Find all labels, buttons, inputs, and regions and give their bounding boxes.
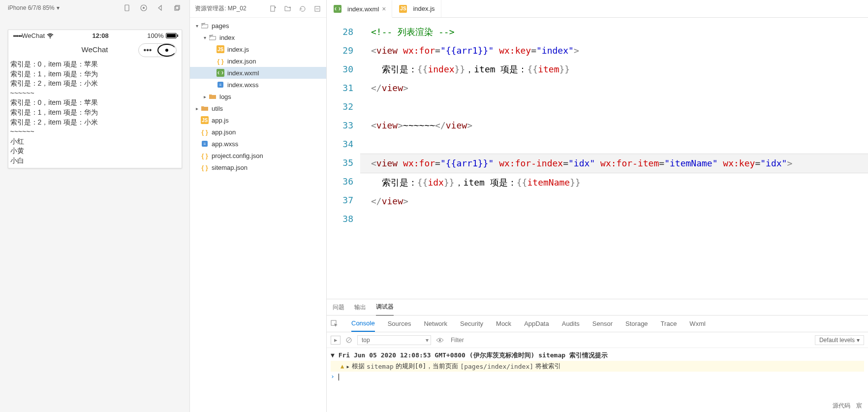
battery-icon: [166, 33, 177, 38]
code-content[interactable]: <!-- 列表渲染 --><view wx:for="{{arr1}}" wx:…: [361, 23, 868, 299]
warning-icon: ▲: [341, 363, 344, 370]
bottom-tab-2[interactable]: 调试器: [376, 299, 394, 316]
console-group[interactable]: ▼ Fri Jun 05 2020 12:08:53 GMT+0800 (伊尔库…: [331, 350, 864, 361]
new-folder-icon[interactable]: [284, 5, 292, 13]
simulator-topbar: iPhone 6/7/8 85% ▾: [0, 0, 189, 16]
phone-text-line: 索引是：2，item 项是：小米: [10, 118, 180, 127]
editor-tab-index-wxml[interactable]: index.wxml×: [327, 0, 392, 18]
file-label: index: [219, 34, 235, 41]
chevron-icon: ▸: [194, 106, 200, 111]
phone-text-line: 小白: [10, 156, 180, 166]
status-right[interactable]: 宸: [856, 402, 862, 410]
debugger-tab-appdata[interactable]: AppData: [524, 316, 549, 331]
svg-point-16: [439, 339, 441, 341]
battery-indicator: 100%: [147, 32, 176, 39]
bottom-tab-0[interactable]: 问题: [333, 299, 344, 316]
chevron-icon: ▾: [194, 23, 200, 29]
battery-pct: 100%: [147, 32, 163, 39]
code-editor[interactable]: 2829303132333435363738 <!-- 列表渲染 --><vie…: [327, 18, 868, 299]
debugger-tab-mock[interactable]: Mock: [496, 316, 511, 331]
svg-rect-0: [125, 5, 129, 11]
file-label: index.json: [227, 58, 256, 65]
svg-rect-8: [217, 70, 223, 76]
file-label: utils: [212, 105, 223, 112]
back-icon[interactable]: [156, 3, 165, 12]
debugger-tab-network[interactable]: Network: [424, 316, 447, 331]
explorer-title: 资源管理器: MP_02: [195, 4, 247, 13]
tree-item-sitemap-json[interactable]: { }sitemap.json: [190, 161, 326, 173]
debugger-tab-sources[interactable]: Sources: [388, 316, 411, 331]
new-file-icon[interactable]: [269, 5, 277, 13]
tree-item-app-wxss[interactable]: ≡app.wxss: [190, 138, 326, 150]
expand-icon[interactable]: ▸: [346, 363, 350, 370]
svg-point-2: [143, 7, 145, 9]
tree-item-index-json[interactable]: { }index.json: [190, 55, 326, 67]
capsule-button[interactable]: •••: [138, 43, 177, 57]
tab-label: index.wxml: [347, 5, 379, 13]
debugger-panel: ConsoleSourcesNetworkSecurityMockAppData…: [327, 316, 868, 412]
rotate-icon[interactable]: [123, 3, 131, 12]
refresh-icon[interactable]: [299, 5, 307, 13]
tree-item-logs[interactable]: ▸logs: [190, 91, 326, 102]
detach-icon[interactable]: [173, 3, 182, 12]
filter-input[interactable]: [449, 335, 810, 346]
clear-icon[interactable]: [345, 337, 352, 344]
file-label: logs: [219, 93, 231, 100]
debugger-tab-sensor[interactable]: Sensor: [592, 316, 613, 331]
expand-icon[interactable]: ▼: [331, 351, 335, 359]
more-icon[interactable]: •••: [139, 44, 157, 57]
debugger-tab-storage[interactable]: Storage: [625, 316, 648, 331]
bottom-tabs: 问题输出调试器: [327, 299, 868, 316]
console-prompt[interactable]: ›: [331, 372, 864, 381]
clock-label: 12:08: [54, 32, 147, 39]
inspect-icon[interactable]: [331, 320, 339, 328]
file-label: project.config.json: [212, 152, 263, 159]
debugger-tab-trace[interactable]: Trace: [661, 316, 677, 331]
chevron-icon: ▾: [202, 35, 208, 40]
play-icon[interactable]: ▸: [331, 336, 341, 345]
debugger-tab-audits[interactable]: Audits: [562, 316, 580, 331]
phone-text-line: 索引是：0，item 项是：苹果: [10, 60, 180, 69]
tree-item-project-config-json[interactable]: { }project.config.json: [190, 150, 326, 161]
log-level-selector[interactable]: Default levels▾: [815, 335, 864, 345]
tree-item-app-js[interactable]: JSapp.js: [190, 114, 326, 126]
tree-item-index-wxss[interactable]: ≡index.wxss: [190, 79, 326, 91]
tree-item-pages[interactable]: ▾pages: [190, 20, 326, 32]
phone-body[interactable]: 索引是：0，item 项是：苹果索引是：1，item 项是：华为索引是：2，it…: [8, 58, 182, 168]
editor-tab-index-js[interactable]: JSindex.js: [392, 0, 441, 17]
phone-text-line: 索引是：1，item 项是：华为: [10, 69, 180, 79]
bottom-tab-1[interactable]: 输出: [354, 299, 366, 316]
phone-text-line: 索引是：2，item 项是：小米: [10, 79, 180, 89]
record-icon[interactable]: [139, 3, 148, 12]
status-source[interactable]: 源代码: [833, 402, 850, 410]
tree-item-utils[interactable]: ▸utils: [190, 102, 326, 114]
eye-icon[interactable]: [436, 337, 444, 343]
editor-panel: index.wxml×JSindex.js 282930313233343536…: [327, 0, 868, 412]
device-selector[interactable]: iPhone 6/7/8 85% ▾: [4, 2, 63, 13]
close-target-icon[interactable]: [157, 44, 176, 57]
tree-item-app-json[interactable]: { }app.json: [190, 126, 326, 138]
phone-text-line: ~~~~~~: [10, 127, 180, 137]
svg-rect-4: [176, 5, 180, 9]
debugger-tab-security[interactable]: Security: [460, 316, 483, 331]
file-label: index.js: [227, 46, 249, 53]
phone-navbar: WeChat •••: [8, 41, 182, 58]
tree-item-index-js[interactable]: JSindex.js: [190, 43, 326, 55]
collapse-icon[interactable]: [313, 5, 321, 13]
simulator-panel: iPhone 6/7/8 85% ▾ ••••• WeChat 12:08 10…: [0, 0, 190, 412]
cursor: [339, 374, 339, 380]
tree-item-index[interactable]: ▾index: [190, 32, 326, 43]
context-selector[interactable]: top: [357, 335, 431, 345]
phone-text-line: 索引是：0，item 项是：苹果: [10, 98, 180, 108]
tree-item-index-wxml[interactable]: index.wxml: [190, 67, 326, 79]
console-output[interactable]: ▼ Fri Jun 05 2020 12:08:53 GMT+0800 (伊尔库…: [327, 348, 868, 412]
editor-tabs: index.wxml×JSindex.js: [327, 0, 868, 18]
phone-frame: ••••• WeChat 12:08 100% WeChat ••• 索引是：0…: [8, 30, 182, 168]
debugger-tab-wxml[interactable]: Wxml: [689, 316, 706, 331]
file-label: app.wxss: [212, 140, 238, 148]
close-icon[interactable]: ×: [382, 5, 386, 13]
phone-text-line: 小黄: [10, 146, 180, 156]
debugger-tab-console[interactable]: Console: [351, 316, 375, 332]
console-warning[interactable]: ▲ ▸ 根据 sitemap 的规则[0]，当前页面 [pages/index/…: [331, 361, 864, 372]
svg-rect-3: [175, 6, 179, 10]
